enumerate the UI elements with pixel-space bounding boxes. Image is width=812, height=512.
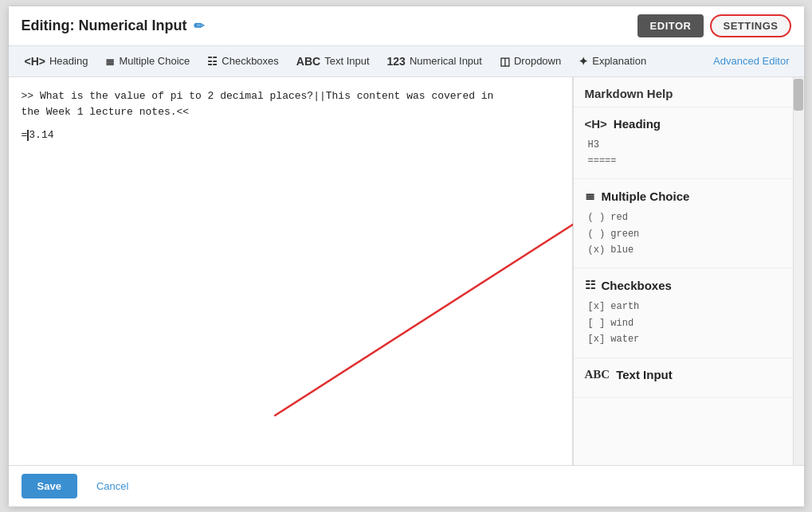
toolbar-explanation[interactable]: ✦ Explanation [571,51,654,72]
settings-button[interactable]: SETTINGS [710,14,790,37]
heading-icon: <H> [25,55,45,68]
toolbar-numerical-input[interactable]: 123 Numerical Input [379,51,490,72]
dropdown-label: Dropdown [514,55,561,67]
help-section-checkboxes: ☷ Checkboxes [x] earth[ ] wind[x] water [574,268,804,358]
dropdown-icon: ◫ [500,55,510,68]
answer-line: = 3.14 [22,129,559,141]
multiple-choice-icon: ≣ [105,55,115,68]
help-mc-icon: ≣ [585,189,595,203]
toolbar-multiple-choice[interactable]: ≣ Multiple Choice [97,51,198,72]
checkboxes-icon: ☷ [207,55,218,68]
help-panel: Markdown Help <H> Heading H3===== ≣ Mult… [573,77,804,465]
help-section-cb-header: ☷ Checkboxes [585,278,793,292]
modal-header: Editing: Numerical Input ✏ EDITOR SETTIN… [9,6,804,46]
text-input-icon: ABC [296,55,320,68]
help-cb-icon: ☷ [585,278,595,292]
help-mc-title: Multiple Choice [602,190,690,203]
help-section-multiple-choice: ≣ Multiple Choice ( ) red( ) green(x) bl… [574,179,804,268]
explanation-label: Explanation [592,55,646,67]
help-mc-content: ( ) red( ) green(x) blue [585,209,793,258]
help-ti-title: Text Input [616,368,673,381]
edit-icon[interactable]: ✏ [194,18,204,33]
editor-pane[interactable]: >> What is the value of pi to 2 decimal … [9,77,573,465]
title-text: Editing: Numerical Input [22,18,187,34]
help-section-heading-header: <H> Heading [585,117,793,131]
numerical-input-icon: 123 [387,55,406,68]
explanation-icon: ✦ [579,55,588,68]
text-input-label: Text Input [324,55,369,67]
help-section-ti-header: ABC Text Input [585,368,793,381]
modal-footer: Save Cancel [9,465,804,506]
help-heading-icon: <H> [585,117,607,131]
toolbar-text-input[interactable]: ABC Text Input [288,51,378,72]
help-cb-content: [x] earth[ ] wind[x] water [585,299,793,347]
cancel-button[interactable]: Cancel [87,474,138,498]
save-button[interactable]: Save [22,474,77,498]
answer-value: 3.14 [29,129,53,141]
toolbar-dropdown[interactable]: ◫ Dropdown [492,51,569,72]
multiple-choice-label: Multiple Choice [119,55,190,67]
toolbar-heading[interactable]: <H> Heading [17,51,96,72]
advanced-editor-link[interactable]: Advanced Editor [707,51,795,71]
toolbar: <H> Heading ≣ Multiple Choice ☷ Checkbox… [9,46,804,77]
help-section-text-input: ABC Text Input [574,358,804,398]
help-ti-icon: ABC [585,368,610,381]
main-area: >> What is the value of pi to 2 decimal … [9,77,804,465]
help-cb-title: Checkboxes [602,279,672,292]
scrollbar[interactable] [793,77,804,465]
toolbar-checkboxes[interactable]: ☷ Checkboxes [199,51,287,72]
editor-content-line2: the Week 1 lecture notes.<< [22,104,559,121]
help-heading-content: H3===== [585,137,793,170]
help-panel-title: Markdown Help [574,77,804,107]
heading-label: Heading [49,55,88,67]
numerical-input-label: Numerical Input [410,55,482,67]
modal-container: Editing: Numerical Input ✏ EDITOR SETTIN… [8,6,805,507]
answer-prefix: = [22,129,28,141]
editor-button[interactable]: EDITOR [637,14,704,37]
checkboxes-label: Checkboxes [222,55,279,67]
help-heading-title: Heading [614,117,661,131]
modal-title: Editing: Numerical Input ✏ [22,18,204,34]
header-buttons: EDITOR SETTINGS [637,14,791,37]
help-section-heading: <H> Heading H3===== [574,107,804,180]
help-section-mc-header: ≣ Multiple Choice [585,189,793,203]
editor-content-line1: >> What is the value of pi to 2 decimal … [22,88,559,105]
